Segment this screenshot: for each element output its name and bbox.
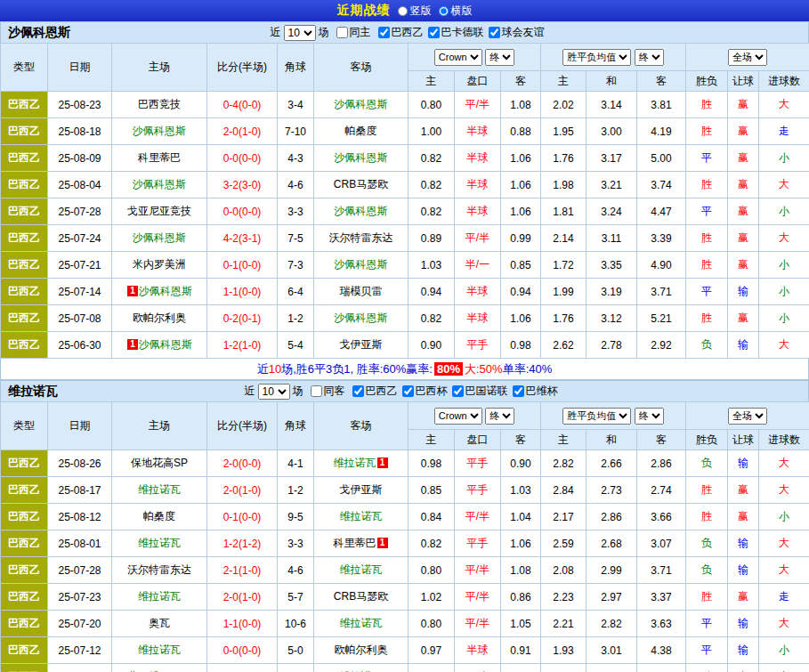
- league-checkbox[interactable]: [452, 385, 464, 397]
- away-team-cell[interactable]: 帕桑度: [314, 118, 409, 145]
- corner-cell: 7-8: [278, 664, 314, 672]
- home-team-cell[interactable]: 维拉诺瓦: [112, 477, 207, 504]
- games-label: 场: [293, 384, 303, 399]
- goals-result-cell: 大: [759, 530, 809, 557]
- home-team-cell[interactable]: 戈亚尼亚竞技: [112, 198, 207, 225]
- vertical-layout-radio[interactable]: [398, 6, 408, 16]
- league-checkbox[interactable]: [352, 385, 364, 397]
- euro-draw-odds-cell: 2.73: [587, 477, 637, 504]
- bookmaker-select[interactable]: Crown: [434, 408, 482, 425]
- euro-final-select[interactable]: 终: [635, 49, 664, 66]
- score-cell: 0-0(0-0): [207, 198, 278, 225]
- avg-odds-select[interactable]: 胜平负均值: [562, 49, 631, 66]
- avg-odds-select[interactable]: 胜平负均值: [562, 408, 631, 425]
- home-team-cell[interactable]: 奥瓦: [112, 611, 207, 637]
- away-team-cell[interactable]: 欧帕尔利奥: [314, 637, 409, 664]
- euro-away-odds-cell: 3.66: [637, 504, 686, 530]
- home-team-cell[interactable]: 科里蒂巴: [112, 145, 207, 172]
- away-team-cell[interactable]: CRB马瑟欧: [314, 172, 409, 198]
- asian-home-odds-cell: 0.82: [409, 198, 455, 225]
- away-team-cell[interactable]: 沙佩科恩斯: [314, 145, 409, 172]
- home-team-cell[interactable]: 维拉诺瓦: [112, 530, 207, 557]
- euro-draw-odds-cell: 3.35: [587, 252, 637, 279]
- league-checkbox[interactable]: [378, 27, 390, 38]
- league-filter[interactable]: 球会友谊: [484, 25, 545, 40]
- corner-cell: 5-7: [278, 584, 314, 611]
- away-team-cell[interactable]: 维拉诺瓦1: [314, 450, 409, 477]
- league-filter[interactable]: 巴国诺联: [448, 384, 508, 399]
- bookmaker-select[interactable]: Crown: [434, 49, 482, 66]
- same-venue-filter[interactable]: 同主: [332, 25, 371, 40]
- home-team-cell[interactable]: 帕桑度: [112, 504, 207, 530]
- away-team-cell[interactable]: 维拉诺瓦: [314, 664, 409, 672]
- away-team-cell[interactable]: 沙佩科恩斯: [314, 305, 409, 332]
- euro-home-odds-cell: 2.14: [541, 225, 587, 252]
- col-date: 日期: [48, 44, 112, 92]
- away-team-cell[interactable]: 戈伊亚斯: [314, 332, 409, 359]
- away-team-cell[interactable]: 科里蒂巴1: [314, 530, 409, 557]
- same-venue-filter[interactable]: 同客: [306, 384, 345, 399]
- away-team-cell[interactable]: CRB马瑟欧: [314, 584, 409, 611]
- euro-final-select[interactable]: 终: [635, 408, 664, 425]
- league-filter[interactable]: 巴西杯: [398, 384, 448, 399]
- corner-cell: 7-10: [278, 118, 314, 145]
- euro-draw-odds-cell: 3.14: [587, 92, 637, 118]
- home-team-cell[interactable]: 维拉诺瓦: [112, 637, 207, 664]
- handicap-result-cell: 赢: [728, 504, 759, 530]
- asian-final-select[interactable]: 终: [485, 49, 514, 66]
- home-team-cell[interactable]: 巴西竞技: [112, 92, 207, 118]
- corner-cell: 4-1: [278, 450, 314, 477]
- league-checkbox[interactable]: [513, 385, 524, 397]
- same-venue-checkbox[interactable]: [336, 27, 348, 38]
- away-team-cell[interactable]: 瑞模贝雷: [314, 279, 409, 305]
- scope-select[interactable]: 全场: [728, 408, 767, 425]
- match-date-cell: 25-07-28: [48, 198, 112, 225]
- col-euro-draw: 和: [587, 430, 637, 450]
- away-team-cell[interactable]: 沙佩科恩斯: [314, 92, 409, 118]
- league-filter[interactable]: 巴维杯: [508, 384, 558, 399]
- league-type-cell: 巴西乙: [1, 332, 48, 359]
- horizontal-layout-radio[interactable]: [439, 6, 449, 16]
- match-count-select[interactable]: 10: [258, 384, 290, 400]
- home-team-cell[interactable]: 1沙佩科恩斯: [112, 332, 207, 359]
- asian-handicap-cell: 平/半: [455, 557, 501, 584]
- wdl-result-cell: 胜: [686, 584, 728, 611]
- layout-option-vertical[interactable]: 竖版: [398, 4, 432, 19]
- home-team-cell[interactable]: 保地花高SP: [112, 450, 207, 477]
- home-team-cell[interactable]: 沙佩科恩斯: [112, 225, 207, 252]
- home-team-cell[interactable]: 欧帕尔利奥: [112, 305, 207, 332]
- league-checkbox[interactable]: [428, 27, 440, 38]
- away-team-cell[interactable]: 沃尔特雷东达: [314, 225, 409, 252]
- away-team-cell[interactable]: 沙佩科恩斯: [314, 198, 409, 225]
- wdl-result-cell: 平: [686, 279, 728, 305]
- scope-select[interactable]: 全场: [728, 49, 767, 66]
- away-team-cell[interactable]: 维拉诺瓦: [314, 611, 409, 637]
- league-checkbox[interactable]: [489, 27, 500, 38]
- layout-option-horizontal[interactable]: 横版: [439, 4, 473, 19]
- league-checkbox[interactable]: [402, 385, 414, 397]
- away-team-cell[interactable]: 戈伊亚斯: [314, 477, 409, 504]
- home-team-cell[interactable]: 米内罗美洲: [112, 252, 207, 279]
- home-team-cell[interactable]: 沙佩科恩斯: [112, 172, 207, 198]
- away-team-cell[interactable]: 维拉诺瓦: [314, 504, 409, 530]
- corner-cell: 7-3: [278, 252, 314, 279]
- red-card-badge: 1: [127, 286, 138, 296]
- euro-home-odds-cell: 2.80: [541, 664, 587, 672]
- league-filter[interactable]: 巴卡德联: [424, 25, 484, 40]
- same-venue-checkbox[interactable]: [311, 385, 322, 397]
- asian-final-select[interactable]: 终: [485, 408, 514, 425]
- home-team-cell[interactable]: 维拉诺瓦: [112, 584, 207, 611]
- away-team-cell[interactable]: 维拉诺瓦: [314, 557, 409, 584]
- match-date-cell: 25-08-23: [48, 92, 112, 118]
- euro-draw-odds-cell: 3.01: [587, 637, 637, 664]
- league-filter[interactable]: 巴西乙: [374, 25, 424, 40]
- home-team-cell[interactable]: 沙佩科恩斯: [112, 118, 207, 145]
- col-type: 类型: [1, 402, 48, 450]
- home-team-cell[interactable]: 沃尔特雷东达: [112, 557, 207, 584]
- home-team-cell[interactable]: 1沙佩科恩斯: [112, 279, 207, 305]
- away-team-cell[interactable]: 沙佩科恩斯: [314, 252, 409, 279]
- league-filter[interactable]: 巴西乙: [348, 384, 398, 399]
- asian-home-odds-cell: 0.85: [409, 477, 455, 504]
- home-team-cell[interactable]: 费罗维亚里亚: [112, 664, 207, 672]
- match-count-select[interactable]: 10: [284, 25, 316, 41]
